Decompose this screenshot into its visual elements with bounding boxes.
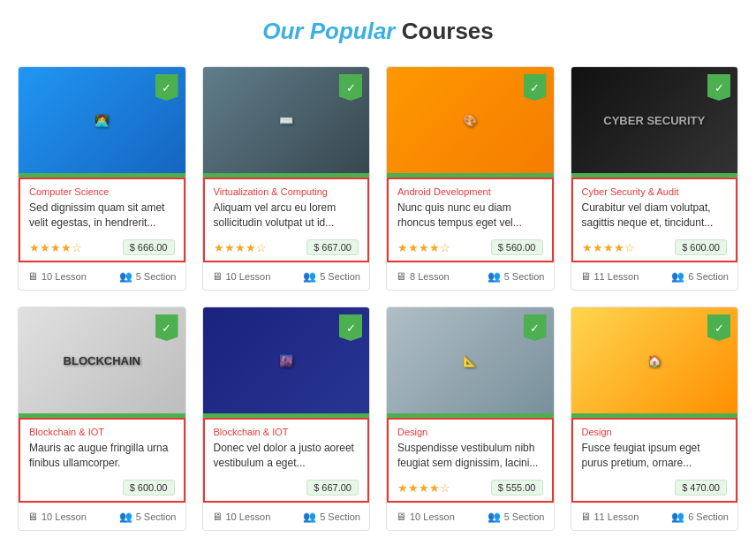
course-price-bi: $ 667.00	[306, 480, 359, 496]
course-category-d2: Design	[582, 427, 728, 437]
section-count-cy: 👥 6 Section	[671, 270, 729, 283]
course-card-cy[interactable]: CYBER SECURITY ✓ Cyber Security & Audit …	[571, 66, 739, 291]
course-category-de: Design	[397, 427, 543, 437]
section-label-bc: 5 Section	[136, 511, 177, 522]
lesson-count-bc: 🖥 10 Lesson	[27, 511, 87, 523]
courses-grid: 👩‍💻 ✓ Computer Science Sed dignissim qua…	[18, 66, 738, 531]
bookmark-badge-bi: ✓	[339, 314, 362, 341]
course-footer-cs: 🖥 10 Lesson 👥 5 Section	[19, 262, 185, 290]
lesson-icon-bc: 🖥	[27, 511, 38, 523]
course-card-cs[interactable]: 👩‍💻 ✓ Computer Science Sed dignissim qua…	[18, 66, 186, 291]
lesson-count-cy: 🖥 11 Lesson	[580, 270, 639, 283]
section-label-bi: 5 Section	[320, 511, 360, 522]
section-count-ad: 👥 5 Section	[488, 270, 545, 283]
bookmark-badge-ad: ✓	[524, 74, 547, 101]
course-image-ad: 🎨 ✓	[387, 67, 554, 173]
title-suffix: Courses	[402, 18, 494, 44]
lesson-label-d2: 11 Lesson	[594, 511, 639, 522]
course-title-de: Suspendisse vestibulum nibh feugiat sem …	[397, 441, 543, 473]
course-footer-de: 🖥 10 Lesson 👥 5 Section	[387, 503, 554, 530]
bookmark-badge-de: ✓	[524, 314, 547, 341]
section-label-de: 5 Section	[504, 511, 545, 522]
course-footer-ad: 🖥 8 Lesson 👥 5 Section	[387, 262, 554, 290]
lesson-count-d2: 🖥 11 Lesson	[580, 511, 639, 523]
course-card-ad[interactable]: 🎨 ✓ Android Development Nunc quis nunc e…	[386, 66, 555, 291]
course-stars-ad: ★★★★☆	[397, 241, 450, 254]
course-stars-vc: ★★★★☆	[214, 241, 267, 254]
section-label-ad: 5 Section	[504, 271, 545, 282]
course-stars-de: ★★★★☆	[397, 481, 450, 495]
section-label-d2: 6 Section	[688, 511, 729, 522]
bookmark-badge-bc: ✓	[155, 314, 178, 341]
section-count-bc: 👥 5 Section	[119, 511, 177, 523]
section-icon-de: 👥	[488, 511, 501, 523]
lesson-icon-vc: 🖥	[212, 270, 223, 283]
course-rating-row-cy: ★★★★☆ $ 600.00	[582, 239, 728, 255]
lesson-count-bi: 🖥 10 Lesson	[212, 511, 271, 523]
lesson-icon-ad: 🖥	[396, 270, 406, 283]
course-title-bc: Mauris ac augue fringilla urna finibus u…	[29, 441, 175, 473]
lesson-label-bc: 10 Lesson	[42, 511, 87, 522]
course-body-cy: Cyber Security & Audit Curabitur vel dia…	[571, 178, 738, 262]
section-icon-cy: 👥	[671, 270, 684, 283]
section-label-vc: 5 Section	[320, 271, 360, 282]
course-category-cy: Cyber Security & Audit	[582, 186, 728, 197]
course-image-vc: ⌨️ ✓	[203, 67, 370, 173]
course-body-d2: Design Fusce feugiat ipsum eget purus pr…	[571, 418, 738, 503]
course-card-bc[interactable]: BLOCKCHAIN ✓ Blockchain & IOT Mauris ac …	[18, 307, 186, 531]
course-rating-row-bc: $ 600.00	[29, 480, 175, 496]
lesson-icon-cs: 🖥	[27, 270, 38, 283]
title-popular: Popular	[310, 18, 396, 44]
course-stars-cs: ★★★★☆	[29, 241, 82, 254]
course-title-ad: Nunc quis nunc eu diam rhoncus tempus eg…	[397, 201, 543, 232]
course-card-bi[interactable]: 🌆 ✓ Blockchain & IOT Donec vel dolor a j…	[202, 307, 371, 531]
course-category-bc: Blockchain & IOT	[29, 427, 175, 437]
course-body-cs: Computer Science Sed dignissim quam sit …	[19, 178, 185, 262]
section-label-cy: 6 Section	[688, 271, 729, 282]
course-card-vc[interactable]: ⌨️ ✓ Virtualization & Computing Aliquam …	[202, 66, 371, 291]
section-icon-bi: 👥	[303, 511, 316, 523]
course-body-ad: Android Development Nunc quis nunc eu di…	[387, 178, 554, 262]
lesson-icon-cy: 🖥	[580, 270, 591, 283]
lesson-label-vc: 10 Lesson	[226, 271, 271, 282]
section-icon-ad: 👥	[488, 270, 501, 283]
lesson-count-cs: 🖥 10 Lesson	[27, 270, 87, 283]
section-icon-d2: 👥	[671, 511, 684, 523]
course-category-ad: Android Development	[397, 186, 543, 197]
course-card-de[interactable]: 📐 ✓ Design Suspendisse vestibulum nibh f…	[386, 307, 555, 531]
course-category-bi: Blockchain & IOT	[214, 427, 359, 437]
title-highlight: Our	[262, 18, 303, 44]
course-price-cy: $ 600.00	[675, 239, 727, 255]
course-rating-row-vc: ★★★★☆ $ 667.00	[214, 239, 359, 255]
course-image-bc: BLOCKCHAIN ✓	[19, 307, 185, 413]
lesson-icon-bi: 🖥	[212, 511, 223, 523]
course-rating-row-d2: $ 470.00	[582, 480, 728, 496]
course-price-de: $ 555.00	[491, 480, 543, 496]
course-price-bc: $ 600.00	[123, 480, 175, 496]
course-price-cs: $ 666.00	[123, 239, 175, 255]
course-image-cy: CYBER SECURITY ✓	[571, 67, 738, 173]
course-rating-row-de: ★★★★☆ $ 555.00	[397, 480, 543, 496]
lesson-count-ad: 🖥 8 Lesson	[396, 270, 450, 283]
course-image-bi: 🌆 ✓	[203, 307, 370, 413]
course-body-bi: Blockchain & IOT Donec vel dolor a justo…	[203, 418, 370, 503]
lesson-label-ad: 8 Lesson	[410, 271, 450, 282]
section-count-d2: 👥 6 Section	[671, 511, 729, 523]
course-body-vc: Virtualization & Computing Aliquam vel a…	[203, 178, 370, 262]
lesson-label-de: 10 Lesson	[410, 511, 455, 522]
lesson-icon-de: 🖥	[396, 511, 406, 523]
lesson-label-cy: 11 Lesson	[594, 271, 639, 282]
bookmark-badge-d2: ✓	[707, 314, 730, 341]
course-stars-cy: ★★★★☆	[582, 241, 635, 254]
section-icon-bc: 👥	[119, 511, 132, 523]
course-title-bi: Donec vel dolor a justo aoreet vestibulu…	[214, 441, 359, 473]
lesson-icon-d2: 🖥	[580, 511, 591, 523]
course-card-d2[interactable]: 🏠 ✓ Design Fusce feugiat ipsum eget puru…	[571, 307, 739, 531]
section-count-de: 👥 5 Section	[488, 511, 545, 523]
page-title: Our Popular Courses	[18, 18, 738, 45]
lesson-label-cs: 10 Lesson	[42, 271, 87, 282]
course-image-cs: 👩‍💻 ✓	[19, 67, 185, 173]
course-price-vc: $ 667.00	[306, 239, 359, 255]
course-rating-row-bi: $ 667.00	[214, 480, 359, 496]
course-image-de: 📐 ✓	[387, 307, 554, 413]
